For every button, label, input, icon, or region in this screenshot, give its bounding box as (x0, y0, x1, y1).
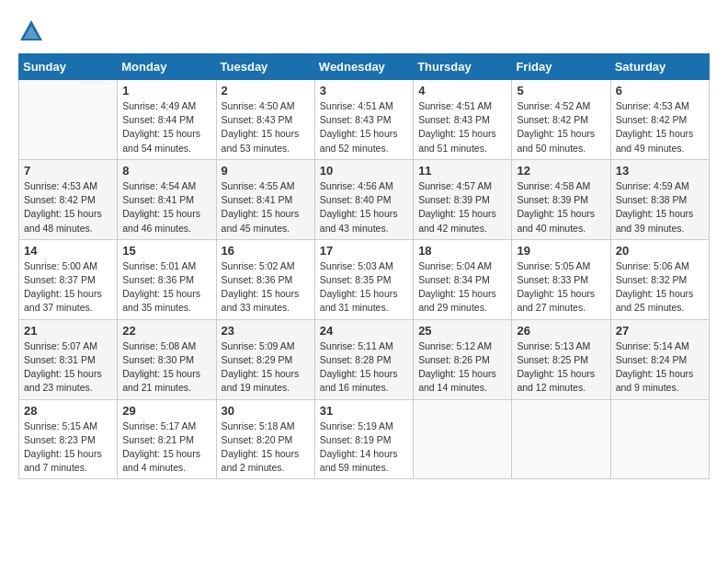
day-number: 13 (616, 164, 704, 178)
day-info: Sunrise: 4:53 AM Sunset: 8:42 PM Dayligh… (24, 179, 112, 236)
logo-icon (18, 18, 44, 44)
calendar-cell (610, 399, 709, 479)
day-info: Sunrise: 5:04 AM Sunset: 8:34 PM Dayligh… (418, 259, 506, 316)
day-info: Sunrise: 5:06 AM Sunset: 8:32 PM Dayligh… (616, 259, 704, 316)
day-number: 3 (320, 84, 408, 98)
day-number: 27 (616, 324, 704, 338)
day-number: 14 (24, 244, 112, 258)
header-day-friday: Friday (512, 54, 610, 80)
header-day-sunday: Sunday (19, 54, 118, 80)
calendar-cell: 18Sunrise: 5:04 AM Sunset: 8:34 PM Dayli… (414, 239, 512, 319)
week-row-1: 7Sunrise: 4:53 AM Sunset: 8:42 PM Daylig… (19, 159, 710, 239)
day-info: Sunrise: 5:02 AM Sunset: 8:36 PM Dayligh… (222, 259, 310, 316)
page-header (18, 18, 710, 44)
day-info: Sunrise: 5:03 AM Sunset: 8:35 PM Dayligh… (320, 259, 408, 316)
day-info: Sunrise: 5:07 AM Sunset: 8:31 PM Dayligh… (24, 339, 112, 396)
day-number: 5 (517, 84, 605, 98)
calendar-cell (414, 399, 512, 479)
calendar-cell: 25Sunrise: 5:12 AM Sunset: 8:26 PM Dayli… (414, 319, 512, 399)
day-info: Sunrise: 5:14 AM Sunset: 8:24 PM Dayligh… (616, 339, 704, 396)
logo (18, 18, 48, 44)
day-info: Sunrise: 4:53 AM Sunset: 8:42 PM Dayligh… (616, 99, 704, 155)
week-row-0: 1Sunrise: 4:49 AM Sunset: 8:44 PM Daylig… (19, 80, 710, 160)
calendar-cell: 28Sunrise: 5:15 AM Sunset: 8:23 PM Dayli… (19, 399, 118, 479)
day-info: Sunrise: 4:51 AM Sunset: 8:43 PM Dayligh… (320, 99, 408, 155)
calendar-cell: 6Sunrise: 4:53 AM Sunset: 8:42 PM Daylig… (610, 80, 709, 160)
day-info: Sunrise: 5:11 AM Sunset: 8:28 PM Dayligh… (320, 339, 408, 396)
day-number: 21 (24, 324, 112, 338)
day-number: 9 (222, 164, 310, 178)
day-info: Sunrise: 4:54 AM Sunset: 8:41 PM Dayligh… (122, 179, 210, 236)
day-number: 30 (222, 404, 310, 418)
calendar-cell (512, 399, 610, 479)
header-day-tuesday: Tuesday (216, 54, 314, 80)
day-number: 28 (24, 404, 112, 418)
day-info: Sunrise: 5:00 AM Sunset: 8:37 PM Dayligh… (24, 259, 112, 316)
day-number: 26 (517, 324, 605, 338)
calendar-cell: 31Sunrise: 5:19 AM Sunset: 8:19 PM Dayli… (314, 399, 413, 479)
calendar-cell: 22Sunrise: 5:08 AM Sunset: 8:30 PM Dayli… (118, 319, 216, 399)
calendar-cell: 3Sunrise: 4:51 AM Sunset: 8:43 PM Daylig… (314, 80, 413, 160)
day-info: Sunrise: 4:57 AM Sunset: 8:39 PM Dayligh… (418, 179, 506, 236)
day-info: Sunrise: 4:55 AM Sunset: 8:41 PM Dayligh… (222, 179, 310, 236)
header-day-thursday: Thursday (414, 54, 512, 80)
day-number: 24 (320, 324, 408, 338)
calendar-cell: 8Sunrise: 4:54 AM Sunset: 8:41 PM Daylig… (118, 159, 216, 239)
calendar-cell: 30Sunrise: 5:18 AM Sunset: 8:20 PM Dayli… (216, 399, 314, 479)
calendar-cell: 12Sunrise: 4:58 AM Sunset: 8:39 PM Dayli… (512, 159, 610, 239)
day-number: 12 (517, 164, 605, 178)
week-row-4: 28Sunrise: 5:15 AM Sunset: 8:23 PM Dayli… (19, 399, 710, 479)
day-number: 19 (517, 244, 605, 258)
calendar-cell: 24Sunrise: 5:11 AM Sunset: 8:28 PM Dayli… (314, 319, 413, 399)
calendar-body: 1Sunrise: 4:49 AM Sunset: 8:44 PM Daylig… (19, 80, 710, 479)
calendar-cell: 13Sunrise: 4:59 AM Sunset: 8:38 PM Dayli… (610, 159, 709, 239)
day-number: 4 (418, 84, 506, 98)
day-number: 18 (418, 244, 506, 258)
day-info: Sunrise: 5:05 AM Sunset: 8:33 PM Dayligh… (517, 259, 605, 316)
day-info: Sunrise: 4:52 AM Sunset: 8:42 PM Dayligh… (517, 99, 605, 155)
day-number: 22 (122, 324, 210, 338)
day-info: Sunrise: 5:17 AM Sunset: 8:21 PM Dayligh… (122, 419, 210, 476)
calendar-cell: 27Sunrise: 5:14 AM Sunset: 8:24 PM Dayli… (610, 319, 709, 399)
day-info: Sunrise: 5:18 AM Sunset: 8:20 PM Dayligh… (222, 419, 310, 476)
day-info: Sunrise: 4:51 AM Sunset: 8:43 PM Dayligh… (418, 99, 506, 155)
calendar-cell: 23Sunrise: 5:09 AM Sunset: 8:29 PM Dayli… (216, 319, 314, 399)
day-number: 10 (320, 164, 408, 178)
day-number: 15 (122, 244, 210, 258)
day-number: 16 (222, 244, 310, 258)
day-number: 11 (418, 164, 506, 178)
day-number: 17 (320, 244, 408, 258)
day-number: 7 (24, 164, 112, 178)
header-day-monday: Monday (118, 54, 216, 80)
day-info: Sunrise: 5:13 AM Sunset: 8:25 PM Dayligh… (517, 339, 605, 396)
calendar-header: SundayMondayTuesdayWednesdayThursdayFrid… (19, 54, 710, 80)
week-row-3: 21Sunrise: 5:07 AM Sunset: 8:31 PM Dayli… (19, 319, 710, 399)
calendar-cell: 11Sunrise: 4:57 AM Sunset: 8:39 PM Dayli… (414, 159, 512, 239)
day-number: 29 (122, 404, 210, 418)
day-info: Sunrise: 5:19 AM Sunset: 8:19 PM Dayligh… (320, 419, 408, 476)
day-number: 20 (616, 244, 704, 258)
calendar-cell: 26Sunrise: 5:13 AM Sunset: 8:25 PM Dayli… (512, 319, 610, 399)
day-number: 8 (122, 164, 210, 178)
calendar-table: SundayMondayTuesdayWednesdayThursdayFrid… (18, 53, 710, 479)
day-info: Sunrise: 4:50 AM Sunset: 8:43 PM Dayligh… (222, 99, 310, 155)
calendar-cell (19, 80, 118, 160)
calendar-cell: 21Sunrise: 5:07 AM Sunset: 8:31 PM Dayli… (19, 319, 118, 399)
day-number: 25 (418, 324, 506, 338)
calendar-cell: 7Sunrise: 4:53 AM Sunset: 8:42 PM Daylig… (19, 159, 118, 239)
week-row-2: 14Sunrise: 5:00 AM Sunset: 8:37 PM Dayli… (19, 239, 710, 319)
calendar-cell: 1Sunrise: 4:49 AM Sunset: 8:44 PM Daylig… (118, 80, 216, 160)
calendar-cell: 15Sunrise: 5:01 AM Sunset: 8:36 PM Dayli… (118, 239, 216, 319)
calendar-cell: 19Sunrise: 5:05 AM Sunset: 8:33 PM Dayli… (512, 239, 610, 319)
day-info: Sunrise: 5:08 AM Sunset: 8:30 PM Dayligh… (122, 339, 210, 396)
header-day-wednesday: Wednesday (314, 54, 413, 80)
header-row: SundayMondayTuesdayWednesdayThursdayFrid… (19, 54, 710, 80)
day-info: Sunrise: 5:01 AM Sunset: 8:36 PM Dayligh… (122, 259, 210, 316)
day-number: 2 (222, 84, 310, 98)
calendar-cell: 29Sunrise: 5:17 AM Sunset: 8:21 PM Dayli… (118, 399, 216, 479)
calendar-cell: 2Sunrise: 4:50 AM Sunset: 8:43 PM Daylig… (216, 80, 314, 160)
calendar-cell: 5Sunrise: 4:52 AM Sunset: 8:42 PM Daylig… (512, 80, 610, 160)
calendar-cell: 4Sunrise: 4:51 AM Sunset: 8:43 PM Daylig… (414, 80, 512, 160)
day-number: 1 (122, 84, 210, 98)
day-info: Sunrise: 5:12 AM Sunset: 8:26 PM Dayligh… (418, 339, 506, 396)
